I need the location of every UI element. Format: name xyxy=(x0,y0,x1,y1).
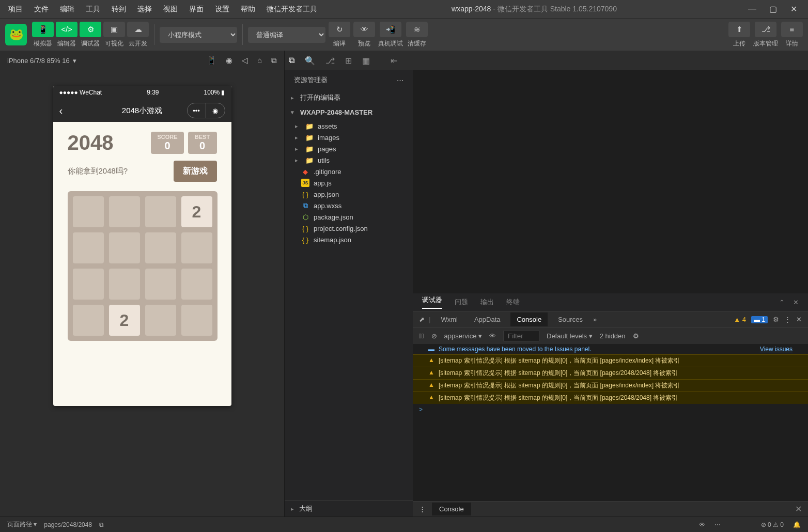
branch-icon[interactable]: ⎇ xyxy=(325,56,335,66)
files-icon[interactable]: ⧉ xyxy=(289,56,294,65)
menu-ui[interactable]: 界面 xyxy=(185,3,208,16)
search-icon[interactable]: 🔍 xyxy=(305,56,315,66)
file-item[interactable]: { }project.config.json xyxy=(285,223,413,234)
file-item[interactable]: { }app.json xyxy=(285,189,413,200)
open-editors-section[interactable]: ▸打开的编辑器 xyxy=(285,90,413,105)
device-icon[interactable]: 📱 xyxy=(207,56,216,65)
visual-button[interactable]: ▣ xyxy=(103,22,125,37)
new-game-button[interactable]: 新游戏 xyxy=(174,161,217,182)
cloud-button[interactable]: ☁ xyxy=(127,22,149,37)
devtab-appdata[interactable]: AppData xyxy=(468,312,507,326)
menu-select[interactable]: 选择 xyxy=(133,3,156,16)
menu-goto[interactable]: 转到 xyxy=(107,3,130,16)
eye-icon[interactable]: 👁 xyxy=(489,332,496,340)
back-icon[interactable]: ‹ xyxy=(59,105,63,117)
detail-button[interactable]: ≡ xyxy=(781,22,803,37)
tab-problems[interactable]: 问题 xyxy=(455,298,468,307)
device-label[interactable]: iPhone 6/7/8 85% 16 xyxy=(7,57,70,65)
extensions-icon[interactable]: ⊞ xyxy=(345,56,352,66)
compile-button[interactable]: ↻ xyxy=(329,22,350,37)
tab-output[interactable]: 输出 xyxy=(480,298,494,307)
panel-chevron-icon[interactable]: ⌃ xyxy=(779,299,785,306)
console-context[interactable]: appservice ▾ xyxy=(444,332,483,340)
clear-cache-button[interactable]: ≋ xyxy=(406,22,428,37)
path-label[interactable]: 页面路径 ▾ xyxy=(7,520,37,529)
console-gear-icon[interactable]: ⚙ xyxy=(633,332,639,340)
devtools-close-icon[interactable]: ✕ xyxy=(796,316,802,323)
menu-project[interactable]: 项目 xyxy=(4,3,27,16)
status-errors[interactable]: ⊘ 0 ⚠ 0 xyxy=(761,521,784,528)
console-prompt[interactable]: > xyxy=(413,404,808,415)
copy-icon[interactable]: ⧉ xyxy=(99,521,104,528)
devtab-console[interactable]: Console xyxy=(510,312,548,326)
more-status-icon[interactable]: ⋯ xyxy=(714,521,721,528)
maximize-button[interactable]: ▢ xyxy=(768,4,778,14)
menu-settings[interactable]: 设置 xyxy=(211,3,234,16)
drawer-kebab-icon[interactable]: ⋮ xyxy=(419,505,426,513)
explorer-more-icon[interactable]: ⋯ xyxy=(397,76,403,84)
remote-debug-button[interactable]: 📲 xyxy=(380,22,401,37)
preview-status-icon[interactable]: 👁 xyxy=(699,521,705,528)
menu-view[interactable]: 视图 xyxy=(159,3,182,16)
hidden-count[interactable]: 2 hidden xyxy=(600,332,626,340)
menu-wechat-devtools[interactable]: 微信开发者工具 xyxy=(262,3,321,16)
capsule-close-icon[interactable]: ◉ xyxy=(206,103,225,118)
devtab-more-icon[interactable]: » xyxy=(593,316,597,323)
info-count[interactable]: ▬ 1 xyxy=(751,316,768,323)
console-clear-icon[interactable]: ⊘ xyxy=(431,332,437,340)
score-box: SCORE0 xyxy=(151,132,183,154)
upload-button[interactable]: ⬆ xyxy=(728,22,750,37)
folder-utils[interactable]: ▸📁utils xyxy=(285,154,413,166)
folder-assets[interactable]: ▸📁assets xyxy=(285,120,413,132)
tab-debugger[interactable]: 调试器 xyxy=(422,295,442,309)
levels-select[interactable]: Default levels ▾ xyxy=(547,332,593,340)
share-icon[interactable]: ◁ xyxy=(242,56,248,65)
menu-file[interactable]: 文件 xyxy=(30,3,53,16)
outline-section[interactable]: ▸ 大纲 xyxy=(285,500,413,517)
game-grid[interactable]: 22 xyxy=(68,191,217,341)
drawer-console-tab[interactable]: Console xyxy=(432,503,471,515)
vcs-button[interactable]: ⎇ xyxy=(755,22,776,37)
warn-count[interactable]: ▲ 4 xyxy=(734,316,746,323)
view-issues-link[interactable]: View issues xyxy=(760,346,793,353)
file-item[interactable]: JSapp.js xyxy=(285,177,413,189)
collapse-icon[interactable]: ⇤ xyxy=(391,56,397,66)
file-item[interactable]: { }sitemap.json xyxy=(285,234,413,245)
console-play-icon[interactable]: ▶⃞ xyxy=(419,332,424,340)
window-icon[interactable]: ⧉ xyxy=(271,56,277,65)
workspace-root[interactable]: ▾WXAPP-2048-MASTER xyxy=(285,105,413,119)
folder-pages[interactable]: ▸📁pages xyxy=(285,143,413,154)
bell-icon[interactable]: 🔔 xyxy=(793,521,801,528)
folder-images[interactable]: ▸📁images xyxy=(285,132,413,143)
simulator-button[interactable]: 📱 xyxy=(32,22,54,37)
grid-cell xyxy=(145,196,176,227)
compile-select[interactable]: 普通编译 xyxy=(248,27,325,43)
debugger-button[interactable]: ⚙ xyxy=(80,22,101,37)
capsule-menu[interactable]: ••• ◉ xyxy=(187,103,225,118)
page-path[interactable]: pages/2048/2048 xyxy=(44,521,92,528)
kebab-icon[interactable]: ⋮ xyxy=(784,316,791,323)
panel-close-icon[interactable]: ✕ xyxy=(793,299,799,306)
capsule-more-icon[interactable]: ••• xyxy=(188,103,206,118)
menu-help[interactable]: 帮助 xyxy=(237,3,259,16)
close-button[interactable]: ✕ xyxy=(788,4,799,14)
mode-select[interactable]: 小程序模式 xyxy=(160,27,237,43)
home-icon[interactable]: ⌂ xyxy=(257,56,262,65)
drawer-close-icon[interactable]: ✕ xyxy=(795,504,802,514)
menu-edit[interactable]: 编辑 xyxy=(56,3,79,16)
stop-icon[interactable]: ◉ xyxy=(226,56,232,65)
devtab-wxml[interactable]: Wxml xyxy=(434,312,464,326)
minimize-button[interactable]: — xyxy=(747,4,757,14)
menu-tools[interactable]: 工具 xyxy=(82,3,104,16)
console-filter-input[interactable] xyxy=(503,330,539,342)
gear-icon[interactable]: ⚙ xyxy=(773,316,779,323)
devtab-sources[interactable]: Sources xyxy=(552,312,589,326)
file-item[interactable]: ⧉app.wxss xyxy=(285,200,413,211)
tab-terminal[interactable]: 终端 xyxy=(506,298,520,307)
file-item[interactable]: ⬡package.json xyxy=(285,211,413,223)
file-item[interactable]: ◆.gitignore xyxy=(285,166,413,177)
editor-button[interactable]: </> xyxy=(56,22,77,37)
grid-icon[interactable]: ▦ xyxy=(362,56,370,66)
preview-button[interactable]: 👁 xyxy=(353,22,375,37)
inspect-icon[interactable]: ⬈ xyxy=(419,316,425,323)
